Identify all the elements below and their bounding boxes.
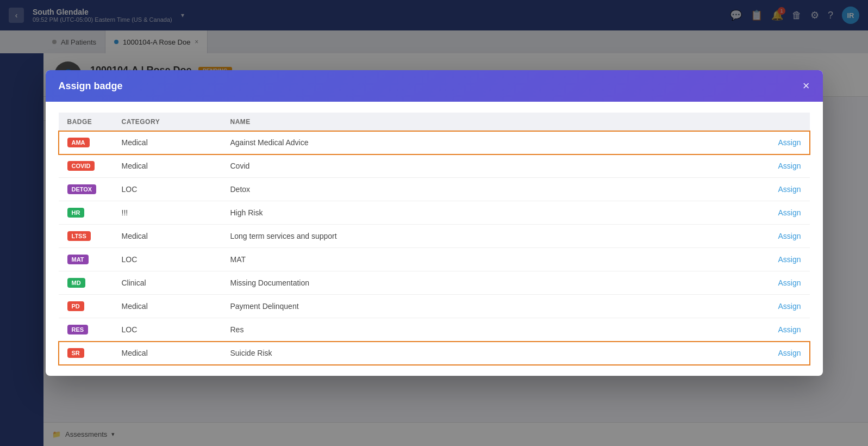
- table-row: HR !!! High Risk Assign: [59, 201, 810, 225]
- category-cell-detox: LOC: [113, 178, 222, 201]
- name-cell-ama: Against Medical Advice: [222, 131, 666, 154]
- category-cell-res: LOC: [113, 318, 222, 342]
- assign-cell-md[interactable]: Assign: [665, 271, 809, 295]
- assign-button-ama[interactable]: Assign: [778, 138, 801, 147]
- badge-chip-ama: AMA: [67, 138, 90, 147]
- badge-cell-res: Res: [59, 318, 113, 342]
- assign-button-sr[interactable]: Assign: [778, 349, 801, 357]
- modal-body[interactable]: BADGE CATEGORY NAME AMA Medical Against …: [46, 102, 823, 376]
- assign-button-pd[interactable]: Assign: [778, 302, 801, 311]
- assign-cell-res[interactable]: Assign: [665, 318, 809, 342]
- assign-cell-hr[interactable]: Assign: [665, 201, 809, 225]
- table-row: MD Clinical Missing Documentation Assign: [59, 271, 810, 295]
- badge-cell-ama: AMA: [59, 131, 113, 154]
- badge-cell-detox: Detox: [59, 178, 113, 201]
- badge-table: BADGE CATEGORY NAME AMA Medical Against …: [59, 113, 810, 365]
- table-row: Covid Medical Covid Assign: [59, 154, 810, 178]
- badge-cell-md: MD: [59, 271, 113, 295]
- col-header-name: NAME: [222, 113, 666, 131]
- modal-title: Assign badge: [59, 80, 123, 92]
- name-cell-covid: Covid: [222, 154, 666, 178]
- category-cell-pd: Medical: [113, 295, 222, 318]
- table-row: AMA Medical Against Medical Advice Assig…: [59, 131, 810, 154]
- table-row: SR Medical Suicide Risk Assign: [59, 342, 810, 365]
- badge-chip-covid: Covid: [67, 161, 95, 171]
- assign-button-hr[interactable]: Assign: [778, 208, 801, 217]
- assign-cell-pd[interactable]: Assign: [665, 295, 809, 318]
- name-cell-sr: Suicide Risk: [222, 342, 666, 365]
- table-row: LTSS Medical Long term services and supp…: [59, 225, 810, 248]
- table-row: Detox LOC Detox Assign: [59, 178, 810, 201]
- table-row: PD Medical Payment Delinquent Assign: [59, 295, 810, 318]
- category-cell-covid: Medical: [113, 154, 222, 178]
- assign-cell-ama[interactable]: Assign: [665, 131, 809, 154]
- category-cell-sr: Medical: [113, 342, 222, 365]
- badge-chip-res: Res: [67, 325, 89, 334]
- modal-overlay: Assign badge × BADGE CATEGORY NAME AMA: [0, 0, 868, 446]
- name-cell-detox: Detox: [222, 178, 666, 201]
- badge-cell-mat: MAT: [59, 248, 113, 271]
- name-cell-ltss: Long term services and support: [222, 225, 666, 248]
- assign-button-covid[interactable]: Assign: [778, 162, 801, 170]
- modal-header: Assign badge ×: [46, 70, 823, 102]
- name-cell-hr: High Risk: [222, 201, 666, 225]
- assign-button-ltss[interactable]: Assign: [778, 232, 801, 240]
- badge-cell-hr: HR: [59, 201, 113, 225]
- badge-chip-md: MD: [67, 278, 85, 288]
- assign-button-md[interactable]: Assign: [778, 278, 801, 287]
- assign-cell-ltss[interactable]: Assign: [665, 225, 809, 248]
- col-header-action: [665, 113, 809, 131]
- badge-cell-ltss: LTSS: [59, 225, 113, 248]
- modal-close-button[interactable]: ×: [803, 80, 810, 92]
- badge-chip-detox: Detox: [67, 184, 97, 194]
- badge-chip-hr: HR: [67, 208, 85, 218]
- name-cell-res: Res: [222, 318, 666, 342]
- table-row: Res LOC Res Assign: [59, 318, 810, 342]
- col-header-badge: BADGE: [59, 113, 113, 131]
- assign-button-mat[interactable]: Assign: [778, 255, 801, 264]
- badge-cell-sr: SR: [59, 342, 113, 365]
- assign-cell-sr[interactable]: Assign: [665, 342, 809, 365]
- category-cell-ltss: Medical: [113, 225, 222, 248]
- assign-button-detox[interactable]: Assign: [778, 185, 801, 194]
- category-cell-hr: !!!: [113, 201, 222, 225]
- badge-chip-mat: MAT: [67, 255, 89, 264]
- assign-button-res[interactable]: Assign: [778, 325, 801, 334]
- assign-badge-modal: Assign badge × BADGE CATEGORY NAME AMA: [46, 70, 823, 376]
- name-cell-mat: MAT: [222, 248, 666, 271]
- assign-cell-detox[interactable]: Assign: [665, 178, 809, 201]
- assign-cell-covid[interactable]: Assign: [665, 154, 809, 178]
- table-header-row: BADGE CATEGORY NAME: [59, 113, 810, 131]
- table-row: MAT LOC MAT Assign: [59, 248, 810, 271]
- category-cell-mat: LOC: [113, 248, 222, 271]
- assign-cell-mat[interactable]: Assign: [665, 248, 809, 271]
- badge-chip-sr: SR: [67, 348, 84, 358]
- badge-chip-pd: PD: [67, 301, 84, 311]
- badge-chip-ltss: LTSS: [67, 231, 91, 241]
- badge-cell-covid: Covid: [59, 154, 113, 178]
- name-cell-md: Missing Documentation: [222, 271, 666, 295]
- name-cell-pd: Payment Delinquent: [222, 295, 666, 318]
- badge-cell-pd: PD: [59, 295, 113, 318]
- col-header-category: CATEGORY: [113, 113, 222, 131]
- category-cell-ama: Medical: [113, 131, 222, 154]
- category-cell-md: Clinical: [113, 271, 222, 295]
